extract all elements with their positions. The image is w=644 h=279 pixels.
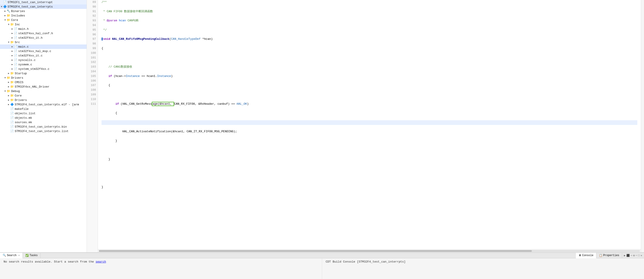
tree-icon: 📄 bbox=[14, 49, 17, 53]
tree-icon: 📁 bbox=[10, 72, 14, 75]
tree-item-main_h[interactable]: ▶ 📄 main.h bbox=[0, 27, 86, 31]
line-num-95: 95 bbox=[88, 28, 96, 32]
tree-item-stm32f4xx_it_c[interactable]: ▶ 📄 stm32f4xx_it.c bbox=[0, 53, 86, 58]
tab-tasks[interactable]: ✅ Tasks bbox=[23, 253, 40, 258]
code-line-103: HAL_CAN_ActivateNotification(&hcan1, CAN… bbox=[102, 129, 637, 134]
search-tab-label: Search bbox=[7, 254, 16, 257]
tree-label: sysmem.c bbox=[18, 63, 32, 66]
main-container: 📄 STM32F1_test_can_interrupt ▼ 🔷 STM32F4… bbox=[0, 0, 644, 252]
tree-icon: 📄 bbox=[14, 67, 17, 71]
scroll-thumb[interactable] bbox=[99, 250, 532, 252]
tree-label: CMSIS bbox=[15, 81, 23, 84]
toolbar-icon-3[interactable]: ⋯ bbox=[631, 254, 632, 257]
tree-item-debug_core[interactable]: ▶ 📁 Core bbox=[0, 93, 86, 98]
toolbar-icon-1[interactable]: ▶ bbox=[624, 254, 626, 257]
tree-arrow: ▶ bbox=[4, 14, 7, 17]
tree-icon: 🔷 bbox=[3, 5, 7, 8]
tree-item-elf_file[interactable]: ▶ 🔷 STM32F4_test_can_interrpts.elf - [ar… bbox=[0, 102, 86, 107]
tree-item-inc[interactable]: ▼ 📁 Inc bbox=[0, 22, 86, 27]
tab-search[interactable]: 🔍 Search ✕ bbox=[0, 253, 23, 258]
tree-label: STM32F4_test_can_interrpts.elf - [arm bbox=[15, 103, 79, 106]
vertical-scrollbar[interactable] bbox=[641, 0, 644, 252]
line-num-93: 93 bbox=[88, 18, 96, 23]
code-line-110 bbox=[102, 194, 637, 199]
tree-arrow: ▼ bbox=[7, 23, 10, 26]
tree-icon: 📁 bbox=[10, 23, 14, 26]
toolbar-icon-4[interactable]: ⚙ bbox=[633, 254, 635, 257]
tree-label: system_stm32f4xx.c bbox=[18, 67, 50, 71]
tree-item-drivers[interactable]: ▼ 📁 Drivers bbox=[0, 76, 86, 80]
tree-item-stm32f4xx_it_h[interactable]: ▶ 📄 stm32f4xx_it.h bbox=[0, 35, 86, 40]
code-line-90: * CAN FIFO0 数据接收中断回调函数 bbox=[102, 9, 637, 14]
tree-label: stm32f4xx_hal_msp.c bbox=[18, 49, 51, 53]
tree-label: STM32F4xx_HAL_Driver bbox=[15, 85, 50, 88]
scroll-track[interactable] bbox=[99, 250, 640, 252]
tree-item-stm32f4xx_hal_conf[interactable]: ▶ 📄 stm32f4xx_hal_conf.h bbox=[0, 31, 86, 35]
tree-label: Core bbox=[15, 94, 22, 97]
line-num-94: 94 bbox=[88, 23, 96, 28]
toolbar-icon-5[interactable]: — bbox=[636, 254, 637, 257]
bottom-content: No search results available. Start a sea… bbox=[0, 258, 644, 279]
tree-item-stm32f4xx_hal_msp[interactable]: ▶ 📄 stm32f4xx_hal_msp.c bbox=[0, 49, 86, 53]
tree-item-core[interactable]: ▼ 📁 Core bbox=[0, 18, 86, 22]
code-line-94: { bbox=[102, 46, 637, 51]
code-line-108 bbox=[102, 176, 637, 180]
tree-item-includes[interactable]: ▶ 📁 Includes bbox=[0, 13, 86, 18]
line-num-98: 98 bbox=[88, 41, 96, 46]
code-line-97: if (hcan->Instance == hcan1.Instance) bbox=[102, 74, 637, 79]
tree-item-list_file[interactable]: 📄 STM32F4_test_can_interrpts.list bbox=[0, 129, 86, 133]
tree-item-bin_file[interactable]: 📄 STM32F4_test_can_interrpts.bin bbox=[0, 124, 86, 129]
tree-item-objects_mk[interactable]: 📄 objects.mk bbox=[0, 116, 86, 120]
tree-label: Core bbox=[11, 18, 18, 22]
tree-arrow: ▶ bbox=[11, 54, 14, 57]
tree-item-stm32f1_test[interactable]: 📄 STM32F1_test_can_interrupt bbox=[0, 0, 86, 4]
code-content[interactable]: /** * CAN FIFO0 数据接收中断回调函数 * @param hcan… bbox=[98, 0, 641, 249]
tree-arrow: ▶ bbox=[11, 27, 14, 30]
tree-arrow: ▶ bbox=[11, 36, 14, 39]
tree-label: Inc bbox=[15, 23, 20, 26]
search-link[interactable]: search bbox=[96, 260, 106, 264]
tree-item-makefile[interactable]: 📄 makefile bbox=[0, 107, 86, 111]
tab-console[interactable]: 🖥 Console bbox=[576, 253, 596, 258]
console-tab-icon: 🖥 bbox=[578, 254, 581, 257]
horizontal-scrollbar[interactable] bbox=[98, 249, 641, 252]
tree-label: Src bbox=[15, 41, 20, 44]
code-line-99 bbox=[102, 92, 637, 97]
tree-icon: 📁 bbox=[10, 98, 14, 102]
sidebar: 📄 STM32F1_test_can_interrupt ▼ 🔷 STM32F4… bbox=[0, 0, 87, 252]
tree-icon: 📄 bbox=[14, 36, 17, 39]
tree-arrow: ▶ bbox=[7, 94, 10, 97]
tree-icon: 📄 bbox=[3, 0, 7, 4]
tree-item-src[interactable]: ▼ 📁 Src bbox=[0, 40, 86, 44]
tree-arrow: ▼ bbox=[0, 5, 3, 8]
code-line-96: // CAN1数据接收 bbox=[102, 65, 637, 69]
tree-item-binaries[interactable]: ▶ 🔧 Binaries bbox=[0, 9, 86, 13]
line-num-92: 92 bbox=[88, 14, 96, 18]
tree-item-syscalls[interactable]: ▶ 📄 syscalls.c bbox=[0, 58, 86, 62]
tree-item-stm32f4_test[interactable]: ▼ 🔷 STM32F4_test_can_interrpts bbox=[0, 4, 86, 9]
tree-item-stm32f4xx_hal_driver[interactable]: ▶ 📁 STM32F4xx_HAL_Driver bbox=[0, 84, 86, 89]
code-line-102 bbox=[102, 120, 637, 125]
tab-properties[interactable]: 📋 Properties bbox=[596, 253, 622, 258]
tree-label: Drivers bbox=[15, 98, 27, 102]
toolbar-icon-2[interactable]: ⬛ bbox=[626, 254, 630, 257]
toolbar-icon-6[interactable]: □ bbox=[638, 254, 640, 257]
tree-item-main_c[interactable]: ▶ 📄 main.c bbox=[0, 44, 86, 49]
tree-item-sources_mk[interactable]: 📄 sources.mk bbox=[0, 120, 86, 124]
tree-label: Drivers bbox=[11, 76, 23, 80]
tree-item-sysmem[interactable]: ▶ 📄 sysmem.c bbox=[0, 62, 86, 67]
tree-label: Includes bbox=[11, 14, 25, 17]
tree-label: stm32f4xx_hal_conf.h bbox=[18, 32, 53, 35]
tree-label: stm32f4xx_it.h bbox=[18, 36, 42, 39]
tree-arrow: ▼ bbox=[4, 19, 7, 21]
tree-item-system_stm32f4xx[interactable]: ▶ 📄 system_stm32f4xx.c bbox=[0, 67, 86, 71]
line-num-107: 107 bbox=[88, 83, 96, 88]
toolbar-icon-7[interactable]: ✕ bbox=[641, 254, 642, 257]
tree-item-debug_drivers[interactable]: ▶ 📁 Drivers bbox=[0, 98, 86, 102]
tree-item-startup[interactable]: ▶ 📁 Startup bbox=[0, 71, 86, 76]
tree-item-cmsis[interactable]: ▶ 📁 CMSIS bbox=[0, 80, 86, 84]
search-tab-close[interactable]: ✕ bbox=[18, 254, 20, 257]
tree-item-debug[interactable]: ▼ 📁 Debug bbox=[0, 89, 86, 93]
tree-item-objects_list[interactable]: 📄 objects.list bbox=[0, 111, 86, 116]
tree-icon: 📁 bbox=[10, 94, 14, 97]
